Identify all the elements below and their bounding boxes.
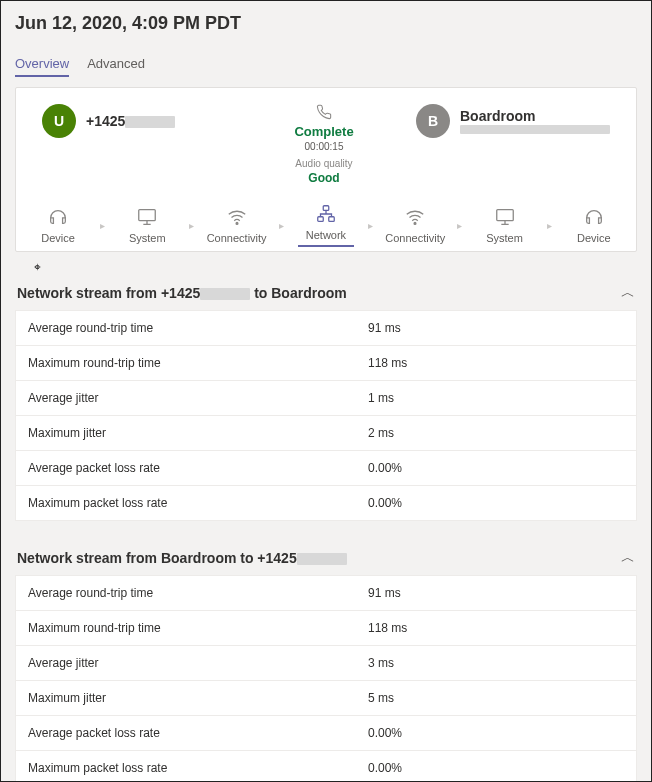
metric-label: Maximum packet loss rate — [28, 761, 368, 775]
flow-label: Network — [306, 229, 346, 241]
svg-point-5 — [414, 223, 416, 225]
metric-label: Maximum jitter — [28, 426, 368, 440]
metric-label: Average jitter — [28, 391, 368, 405]
metric-value: 0.00% — [368, 726, 624, 740]
stream2-grid: Average round-trip time91 msMaximum roun… — [15, 575, 637, 782]
metric-value: 91 ms — [368, 586, 624, 600]
flow-item-network-3[interactable]: Network — [298, 203, 354, 247]
chevron-up-icon: ︿ — [621, 549, 635, 567]
arrow-icon: ▸ — [279, 220, 284, 231]
device-icon — [47, 206, 69, 228]
connectivity-icon — [404, 206, 426, 228]
arrow-icon: ▸ — [189, 220, 194, 231]
metric-value: 2 ms — [368, 426, 624, 440]
flow-diagram: Device▸System▸Connectivity▸Network▸Conne… — [26, 197, 626, 247]
connectivity-icon — [226, 206, 248, 228]
table-row: Maximum packet loss rate0.00% — [16, 486, 636, 520]
table-row: Maximum jitter2 ms — [16, 416, 636, 451]
flow-label: System — [486, 232, 523, 244]
redacted-text — [297, 553, 347, 565]
flow-label: Device — [577, 232, 611, 244]
metric-value: 5 ms — [368, 691, 624, 705]
metric-label: Maximum round-trip time — [28, 621, 368, 635]
stream1-title: Network stream from +1425 to Boardroom — [17, 285, 347, 301]
metric-label: Maximum round-trip time — [28, 356, 368, 370]
table-row: Average round-trip time91 ms — [16, 311, 636, 346]
metric-value: 91 ms — [368, 321, 624, 335]
cursor-icon: ⌖ — [34, 260, 41, 274]
system-icon — [136, 206, 158, 228]
call-status: Complete 00:00:15 Audio quality Good — [232, 104, 416, 185]
callee-avatar: B — [416, 104, 450, 138]
call-status-text: Complete — [294, 124, 353, 139]
svg-rect-4 — [329, 217, 335, 222]
system-icon — [494, 206, 516, 228]
caller-avatar: U — [42, 104, 76, 138]
arrow-icon: ▸ — [100, 220, 105, 231]
metric-value: 1 ms — [368, 391, 624, 405]
table-row: Maximum round-trip time118 ms — [16, 611, 636, 646]
call-duration: 00:00:15 — [305, 141, 344, 152]
arrow-icon: ▸ — [547, 220, 552, 231]
flow-label: Connectivity — [207, 232, 267, 244]
table-row: Maximum packet loss rate0.00% — [16, 751, 636, 782]
caller: U +1425 — [42, 104, 232, 138]
flow-label: System — [129, 232, 166, 244]
metric-label: Average jitter — [28, 656, 368, 670]
metric-label: Average packet loss rate — [28, 461, 368, 475]
metric-value: 0.00% — [368, 761, 624, 775]
flow-item-system-5[interactable]: System — [477, 206, 533, 244]
page-title: Jun 12, 2020, 4:09 PM PDT — [15, 13, 637, 34]
table-row: Maximum round-trip time118 ms — [16, 346, 636, 381]
svg-rect-2 — [323, 206, 329, 211]
flow-item-device-0[interactable]: Device — [30, 206, 86, 244]
call-summary-card: U +1425 Complete 00:00:15 Audio quality … — [15, 87, 637, 252]
caller-name: +1425 — [86, 113, 175, 129]
arrow-icon: ▸ — [368, 220, 373, 231]
metric-value: 0.00% — [368, 461, 624, 475]
callee-name: Boardroom — [460, 108, 610, 124]
flow-label: Connectivity — [385, 232, 445, 244]
svg-rect-3 — [318, 217, 324, 222]
table-row: Average jitter1 ms — [16, 381, 636, 416]
callee: B Boardroom — [416, 104, 610, 138]
metric-value: 118 ms — [368, 356, 624, 370]
redacted-text — [125, 116, 175, 128]
metric-value: 118 ms — [368, 621, 624, 635]
stream1-section: Network stream from +1425 to Boardroom ︿… — [15, 276, 637, 521]
table-row: Average jitter3 ms — [16, 646, 636, 681]
stream1-header[interactable]: Network stream from +1425 to Boardroom ︿ — [15, 276, 637, 310]
tab-overview[interactable]: Overview — [15, 52, 69, 77]
metric-label: Average round-trip time — [28, 321, 368, 335]
flow-item-system-1[interactable]: System — [119, 206, 175, 244]
metric-label: Maximum jitter — [28, 691, 368, 705]
metric-value: 0.00% — [368, 496, 624, 510]
metric-label: Average packet loss rate — [28, 726, 368, 740]
redacted-text — [460, 125, 610, 134]
phone-icon — [316, 104, 332, 120]
stream2-title: Network stream from Boardroom to +1425 — [17, 550, 347, 566]
device-icon — [583, 206, 605, 228]
stream2-header[interactable]: Network stream from Boardroom to +1425 ︿ — [15, 541, 637, 575]
table-row: Maximum jitter5 ms — [16, 681, 636, 716]
metric-label: Maximum packet loss rate — [28, 496, 368, 510]
flow-label: Device — [41, 232, 75, 244]
tab-advanced[interactable]: Advanced — [87, 52, 145, 77]
callee-sub — [460, 124, 610, 135]
arrow-icon: ▸ — [457, 220, 462, 231]
chevron-up-icon: ︿ — [621, 284, 635, 302]
svg-rect-0 — [139, 210, 156, 221]
svg-point-1 — [236, 223, 238, 225]
svg-rect-6 — [496, 210, 513, 221]
flow-item-connectivity-4[interactable]: Connectivity — [387, 206, 443, 244]
table-row: Average round-trip time91 ms — [16, 576, 636, 611]
flow-item-connectivity-2[interactable]: Connectivity — [209, 206, 265, 244]
table-row: Average packet loss rate0.00% — [16, 716, 636, 751]
tab-bar: Overview Advanced — [15, 52, 637, 77]
metric-label: Average round-trip time — [28, 586, 368, 600]
table-row: Average packet loss rate0.00% — [16, 451, 636, 486]
audio-quality-value: Good — [308, 171, 339, 185]
stream2-section: Network stream from Boardroom to +1425 ︿… — [15, 541, 637, 782]
flow-item-device-6[interactable]: Device — [566, 206, 622, 244]
redacted-text — [200, 288, 250, 300]
